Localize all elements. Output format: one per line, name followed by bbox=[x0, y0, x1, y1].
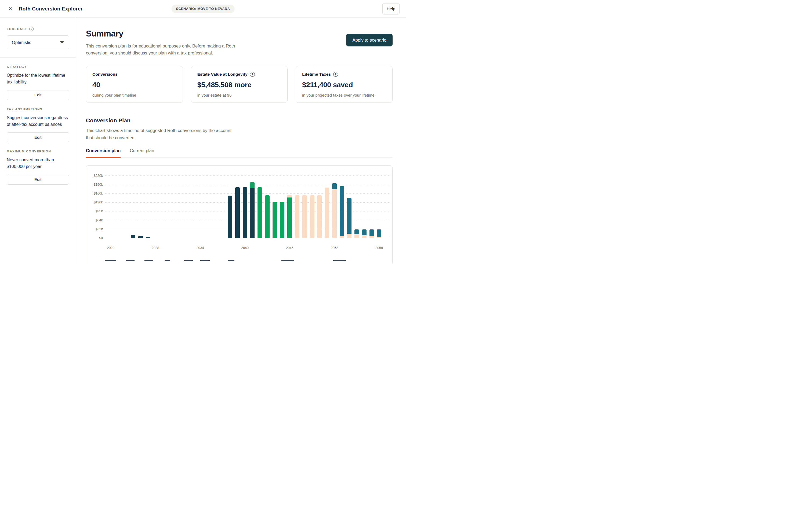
conversions-card: Conversions 40 during your plan timeline bbox=[86, 66, 183, 103]
chart-y-axis-labels: $0$32k$64k$95k$130k$160k$190k$220k bbox=[86, 174, 103, 238]
legend-clipped-row bbox=[86, 260, 392, 261]
legend-item-clipped bbox=[281, 260, 294, 261]
bar-2057-peach bbox=[369, 236, 374, 238]
bar-2038-navy bbox=[228, 196, 232, 238]
bar-2048-peach bbox=[302, 195, 307, 238]
chart-x-axis-labels: 2022202820342040204620522058 bbox=[105, 246, 390, 252]
strategy-text: Optimize for the lowest lifetime tax lia… bbox=[7, 72, 69, 86]
bar-2047-peach bbox=[295, 195, 300, 238]
app-header: ✕ Roth Conversion Explorer SCENARIO: MOV… bbox=[0, 0, 406, 18]
legend-item-clipped bbox=[144, 260, 153, 261]
sidebar-section-maximum-conversion: MAXIMUM CONVERSION Never convert more th… bbox=[7, 150, 69, 185]
bar-2046-green bbox=[287, 197, 292, 238]
bar-2026-navy bbox=[138, 236, 143, 238]
bar-2057-teal bbox=[369, 229, 374, 236]
legend-item-clipped bbox=[126, 260, 134, 261]
tax-assumptions-text: Suggest conversions regardless of after-… bbox=[7, 114, 69, 128]
bar-2052-peach bbox=[332, 189, 337, 238]
x-tick-label-2040: 2040 bbox=[241, 246, 249, 250]
bar-2046-peach bbox=[287, 195, 292, 197]
sidebar: FORECAST i Optimistic STRATEGY Optimize … bbox=[0, 18, 76, 264]
y-tick-label: $220k bbox=[94, 174, 103, 178]
app-title: Roth Conversion Explorer bbox=[19, 6, 83, 12]
apply-to-scenario-button[interactable]: Apply to scenario bbox=[346, 34, 393, 46]
question-icon[interactable]: ? bbox=[333, 72, 338, 77]
chart-plot bbox=[105, 174, 390, 238]
lifetime-taxes-card: Lifetime Taxes ? $211,400 saved in your … bbox=[296, 66, 393, 103]
bar-2052-teal bbox=[332, 183, 337, 189]
legend-item-clipped bbox=[164, 260, 170, 261]
bar-2044-green bbox=[273, 202, 277, 238]
legend-item-clipped bbox=[333, 260, 346, 261]
forecast-selected-value: Optimistic bbox=[12, 40, 31, 45]
maximum-conversion-text: Never convert more than $100,000 per yea… bbox=[7, 156, 69, 170]
bar-2054-teal bbox=[347, 198, 351, 234]
bar-2040-navy bbox=[243, 187, 247, 238]
bar-2056-teal bbox=[362, 229, 366, 235]
x-tick-label-2034: 2034 bbox=[197, 246, 204, 250]
legend-item-clipped bbox=[228, 260, 234, 261]
bar-2025-navy bbox=[131, 235, 135, 238]
strategy-edit-button[interactable]: Edit bbox=[7, 90, 69, 100]
legend-item-clipped bbox=[200, 260, 210, 261]
info-icon[interactable]: i bbox=[29, 27, 33, 31]
tax-assumptions-label: TAX ASSUMPTIONS bbox=[7, 108, 69, 111]
estate-value-card-subtext: in your estate at 96 bbox=[197, 93, 281, 97]
scenario-badge: SCENARIO: MOVE TO NEVADA bbox=[172, 4, 235, 13]
tab-conversion-plan[interactable]: Conversion plan bbox=[86, 148, 120, 158]
lifetime-taxes-card-label: Lifetime Taxes bbox=[302, 72, 331, 77]
y-tick-label: $95k bbox=[96, 209, 103, 213]
bar-2043-green bbox=[265, 195, 270, 238]
lifetime-taxes-card-value: $211,400 saved bbox=[302, 81, 386, 89]
bar-2053-teal bbox=[340, 186, 344, 236]
sidebar-section-strategy: STRATEGY Optimize for the lowest lifetim… bbox=[7, 65, 69, 100]
legend-item-clipped bbox=[184, 260, 193, 261]
x-tick-label-2052: 2052 bbox=[331, 246, 338, 250]
bar-2054-peach bbox=[347, 234, 351, 238]
bar-2056-peach bbox=[362, 235, 366, 238]
estate-value-card-value: $5,485,508 more bbox=[197, 81, 281, 89]
conversions-card-subtext: during your plan timeline bbox=[92, 93, 176, 97]
bar-2039-navy bbox=[235, 187, 240, 238]
bar-2055-teal bbox=[354, 229, 359, 235]
bar-2045-green bbox=[280, 202, 284, 238]
forecast-label: FORECAST bbox=[7, 27, 27, 31]
x-tick-label-2028: 2028 bbox=[152, 246, 159, 250]
bar-2041-green bbox=[250, 182, 255, 189]
sidebar-divider bbox=[0, 57, 76, 58]
y-tick-label: $130k bbox=[94, 200, 103, 204]
x-tick-label-2046: 2046 bbox=[286, 246, 293, 250]
metric-cards: Conversions 40 during your plan timeline… bbox=[86, 66, 393, 103]
close-icon[interactable]: ✕ bbox=[6, 5, 14, 13]
bar-2027-navy bbox=[146, 237, 150, 238]
bar-2058-teal bbox=[377, 229, 381, 237]
lifetime-taxes-card-subtext: in your projected taxes over your lifeti… bbox=[302, 93, 386, 97]
bar-2050-peach bbox=[317, 195, 322, 238]
tax-assumptions-edit-button[interactable]: Edit bbox=[7, 132, 69, 142]
question-icon[interactable]: ? bbox=[250, 72, 255, 77]
y-tick-label: $160k bbox=[94, 192, 103, 195]
main-content: Summary This conversion plan is for educ… bbox=[76, 18, 406, 264]
estate-value-card-label: Estate Value at Longevity bbox=[197, 72, 248, 77]
conversion-plan-title: Conversion Plan bbox=[86, 117, 393, 124]
bar-2042-green bbox=[258, 187, 262, 238]
bar-2058-peach bbox=[377, 237, 381, 238]
conversion-plan-chart: $0$32k$64k$95k$130k$160k$190k$220k 20222… bbox=[86, 165, 393, 264]
conversions-card-value: 40 bbox=[92, 81, 176, 89]
maximum-conversion-edit-button[interactable]: Edit bbox=[7, 175, 69, 185]
tab-current-plan[interactable]: Current plan bbox=[130, 148, 154, 157]
forecast-select[interactable]: Optimistic bbox=[7, 35, 69, 49]
estate-value-card: Estate Value at Longevity ? $5,485,508 m… bbox=[191, 66, 288, 103]
bar-2041-navy bbox=[250, 189, 255, 238]
y-tick-label: $190k bbox=[94, 183, 103, 186]
conversions-card-label: Conversions bbox=[92, 72, 118, 77]
strategy-label: STRATEGY bbox=[7, 65, 69, 69]
help-button[interactable]: Help bbox=[382, 3, 400, 15]
y-tick-label: $32k bbox=[96, 227, 103, 231]
maximum-conversion-label: MAXIMUM CONVERSION bbox=[7, 150, 69, 153]
bar-2049-peach bbox=[310, 195, 315, 238]
gridline-220k bbox=[105, 176, 390, 176]
bar-2051-peach bbox=[325, 187, 329, 238]
y-tick-label: $0 bbox=[99, 236, 103, 240]
summary-disclaimer: This conversion plan is for educational … bbox=[86, 43, 241, 56]
